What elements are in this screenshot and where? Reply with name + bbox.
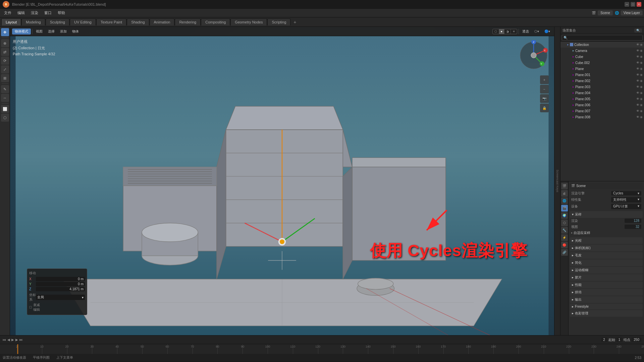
select-tool[interactable]: ✥: [1, 28, 9, 36]
outliner-item-camera[interactable]: ▸ Camera 👁 ◉: [560, 48, 644, 54]
menu-window[interactable]: 窗口: [42, 10, 54, 16]
tab-shading[interactable]: Shading: [127, 18, 149, 25]
start-frame-value[interactable]: 1: [616, 338, 623, 342]
menu-file[interactable]: 文件: [1, 10, 14, 16]
viewport-samples-value[interactable]: 32: [625, 225, 641, 229]
annotate-tool[interactable]: ✎: [1, 85, 9, 93]
outliner-item-plane006[interactable]: ▸ Plane.006 👁 ◉: [560, 102, 644, 108]
tab-compositing[interactable]: Compositing: [201, 18, 230, 25]
filter-icon[interactable]: ◉: [640, 43, 643, 46]
prev-frame-btn[interactable]: ◀: [7, 338, 10, 342]
x-value[interactable]: 0 m: [36, 277, 85, 281]
minimize-button[interactable]: ─: [625, 2, 629, 7]
coord-value[interactable]: 全局 ▾: [36, 295, 85, 300]
object-props-btn[interactable]: ⬡: [561, 220, 568, 226]
viewport-gizmo[interactable]: X Y Z: [519, 40, 549, 71]
outliner-item-plane007[interactable]: ▸ Plane.007 👁 ◉: [560, 108, 644, 114]
measure-tool[interactable]: ↔: [1, 94, 9, 102]
lightpaths-header[interactable]: ▸ 光程: [570, 237, 643, 244]
world-props-btn[interactable]: 🌍: [561, 212, 568, 219]
view-layer-props-btn[interactable]: 🌐: [561, 197, 568, 204]
tab-animation[interactable]: Animation: [150, 18, 175, 25]
rotate-tool[interactable]: ⟳: [1, 57, 9, 65]
menu-render[interactable]: 渲染: [28, 10, 41, 16]
render-samples-value[interactable]: 128: [625, 219, 641, 223]
outliner-collection-root[interactable]: ▸ Collection 👁 ◉: [560, 42, 644, 48]
last-frame-btn[interactable]: ⏭: [19, 338, 23, 342]
freestyle-header[interactable]: ▸ Freestyle: [570, 304, 643, 309]
falloff-checkbox[interactable]: ☐: [29, 306, 32, 309]
lock-view-btn[interactable]: 🔒: [540, 104, 549, 112]
menu-help[interactable]: 帮助: [55, 10, 68, 16]
tab-sculpting[interactable]: Sculpting: [46, 18, 69, 25]
3d-scene[interactable]: 使用 Cycles渲染引擎: [10, 36, 554, 335]
viewport[interactable]: 物体模式 视图 选择 添加 物体 ⬡ ● ◑ ☀ 透选 ⬡▾ 🔵▾ 用户透视 (…: [10, 27, 554, 335]
play-btn[interactable]: ⏮: [3, 338, 6, 342]
outliner-item-plane002[interactable]: ▸ Plane.002 👁 ◉: [560, 78, 644, 84]
device-select[interactable]: GPU 计算 ▾: [611, 204, 641, 209]
modifier-props-btn[interactable]: 🔧: [561, 227, 568, 234]
object-mode-selector[interactable]: 物体模式: [12, 28, 31, 35]
y-value[interactable]: 0 m: [36, 282, 85, 286]
tab-geometry-nodes[interactable]: Geometry Nodes: [230, 18, 267, 25]
outliner-item-plane008[interactable]: ▸ Plane.008 👁 ◉: [560, 114, 644, 120]
wireframe-mode-btn[interactable]: ⬡: [493, 29, 499, 34]
add-workspace-button[interactable]: +: [291, 18, 299, 26]
adaptive-sampling-row[interactable]: ▸ 自适应采样: [570, 230, 643, 236]
play-pause-btn[interactable]: ▶: [11, 338, 14, 342]
select-menu[interactable]: 选择: [46, 28, 57, 35]
menu-edit[interactable]: 编辑: [15, 10, 28, 16]
render-props-btn[interactable]: 🎬: [561, 183, 568, 189]
outliner-item-plane004[interactable]: ▸ Plane.004 👁 ◉: [560, 90, 644, 96]
screencap-sidebar[interactable]: Screencast Keys: [554, 27, 560, 335]
physics-props-btn[interactable]: 🔴: [561, 242, 568, 248]
scale-tool[interactable]: ⤢: [1, 65, 9, 73]
tab-rendering[interactable]: Rendering: [175, 18, 201, 25]
outliner-search-input[interactable]: [562, 35, 643, 41]
gizmos-button[interactable]: 🔵▾: [542, 29, 552, 34]
outliner-item-cube[interactable]: ▸ Cube 👁 ◉: [560, 54, 644, 60]
move-tool[interactable]: ⇄: [1, 48, 9, 56]
tab-uv-editing[interactable]: UV Editing: [70, 18, 96, 25]
outliner-item-plane003[interactable]: ▸ Plane.003 👁 ◉: [560, 84, 644, 90]
visibility-icon[interactable]: 👁: [636, 43, 639, 46]
outliner-item-plane005[interactable]: ▸ Plane.005 👁 ◉: [560, 96, 644, 102]
view-menu[interactable]: 视图: [34, 28, 45, 35]
feature-set-select[interactable]: 支持特性 ▾: [611, 197, 641, 202]
simplify-header[interactable]: ▸ 简化: [570, 259, 643, 266]
constraints-props-btn[interactable]: 🔗: [561, 249, 568, 256]
outliner-item-cube002[interactable]: ▸ Cube.002 👁 ◉: [560, 60, 644, 66]
zoom-out-btn[interactable]: −: [540, 85, 549, 94]
scene-selector[interactable]: Scene: [598, 10, 612, 15]
output-header[interactable]: ▸ 输出: [570, 296, 643, 303]
cam-vis-icon[interactable]: 👁: [636, 49, 639, 52]
window-controls[interactable]: ─ □ ✕: [625, 2, 641, 7]
add-cube-tool[interactable]: ⬜: [1, 105, 9, 113]
view-layer-selector[interactable]: View Layer: [621, 10, 643, 15]
bake-header[interactable]: ▸ 烘培: [570, 289, 643, 296]
maximize-button[interactable]: □: [631, 2, 635, 7]
tab-layout[interactable]: Layout: [1, 18, 21, 25]
cursor-tool[interactable]: ⊕: [1, 39, 9, 47]
tab-texture-paint[interactable]: Texture Paint: [96, 18, 126, 25]
particles-props-btn[interactable]: ⚡: [561, 234, 568, 241]
zoom-in-btn[interactable]: +: [540, 75, 549, 84]
close-button[interactable]: ✕: [637, 2, 641, 7]
output-props-btn[interactable]: 🖨: [561, 190, 568, 197]
performance-header[interactable]: ▸ 性能: [570, 282, 643, 288]
next-frame-btn[interactable]: ▶: [15, 338, 18, 342]
outliner-search[interactable]: 🔍: [634, 28, 642, 33]
overlays-button[interactable]: ⬡▾: [532, 29, 541, 34]
scene-props-btn[interactable]: 🎬: [561, 205, 568, 212]
motion-blur-header[interactable]: ▸ 运动模糊: [570, 267, 643, 274]
current-frame-value[interactable]: 2: [601, 338, 607, 342]
rendered-mode-btn[interactable]: ☀: [511, 29, 517, 34]
end-frame-value[interactable]: 250: [632, 338, 641, 342]
hair-header[interactable]: ▸ 毛发: [570, 252, 643, 259]
outliner-search-bar[interactable]: [560, 34, 644, 42]
volumes-header[interactable]: ▸ 体积(粒标): [570, 245, 643, 251]
sampling-header[interactable]: ▾ 采样: [570, 211, 643, 218]
color-mgmt-header[interactable]: ▸ 色彩管理: [570, 310, 643, 317]
material-mode-btn[interactable]: ◑: [504, 29, 511, 34]
frame-timeline[interactable]: 2102030405060708090100110120130140150160…: [0, 344, 644, 354]
